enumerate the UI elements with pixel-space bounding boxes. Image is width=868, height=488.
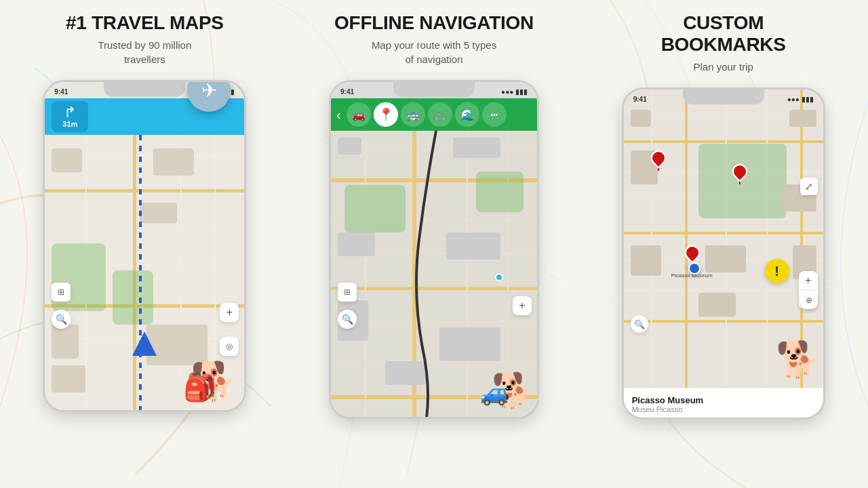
bookmark-pin-1 bbox=[651, 150, 666, 171]
phone-mockup-1: 9:41 ●●● ▮▮▮ ✈ ↱ 31m bbox=[43, 80, 246, 412]
map-controls-3: ⤢ bbox=[800, 178, 818, 195]
nav-distance: 31m bbox=[62, 120, 77, 128]
nav-header-2: ‹ 🚗 📍 🚌 🚲 🌊 ••• bbox=[331, 98, 537, 131]
warning-badge: ! bbox=[765, 259, 789, 283]
panel-1-title: #1 TRAVEL MAPS bbox=[66, 12, 224, 34]
map-background-2: ‹ 🚗 📍 🚌 🚲 🌊 ••• bbox=[331, 82, 537, 417]
status-time-3: 9:41 bbox=[633, 96, 647, 103]
location-btn-1[interactable]: ◎ bbox=[220, 337, 239, 356]
panel-2-title: OFFLINE NAVIGATION bbox=[334, 12, 534, 34]
nav-arrow-box: ↱ 31m bbox=[52, 101, 88, 132]
bookmark-pin-2 bbox=[732, 164, 747, 184]
status-time-2: 9:41 bbox=[340, 88, 354, 96]
map-streets-1: ⊞ 🔍 + ◎ 🐕 🎒 bbox=[45, 135, 244, 410]
phone-notch-3 bbox=[683, 89, 764, 104]
status-icons-2: ●●● ▮▮▮ bbox=[501, 88, 528, 96]
nav-walk-icon[interactable]: 📍 bbox=[374, 102, 398, 127]
panel-2-subtitle: Map your route with 5 typesof navigation bbox=[372, 38, 496, 66]
zoom-controls-1: + bbox=[220, 303, 239, 322]
search-icon-3[interactable]: 🔍 bbox=[631, 315, 648, 333]
backpack-character: 🎒 bbox=[183, 371, 217, 403]
nav-more-icon[interactable]: ••• bbox=[482, 102, 507, 127]
phone-notch-2 bbox=[393, 82, 475, 97]
zoom-in-1[interactable]: + bbox=[220, 303, 239, 322]
panel-3-title: CUSTOMBOOKMARKS bbox=[661, 12, 786, 56]
panel-1-subtitle: Trusted by 90 milliontravellers bbox=[98, 38, 191, 66]
bottom-info-bar: Picasso Museum Museu Picasso bbox=[624, 388, 823, 418]
turn-right-icon: ↱ bbox=[64, 105, 76, 120]
phone-mockup-2: 9:41 ●●● ▮▮▮ ‹ 🚗 📍 🚌 🚲 🌊 ••• bbox=[329, 80, 539, 419]
expand-icon[interactable]: ⤢ bbox=[800, 178, 818, 195]
location-title: Picasso Museum bbox=[632, 395, 815, 405]
phone-notch-1 bbox=[104, 82, 185, 97]
layers-icon-2[interactable]: ⊞ bbox=[338, 283, 357, 302]
nav-triangle bbox=[132, 331, 157, 356]
layers-icon[interactable]: ⊞ bbox=[52, 283, 71, 302]
map-background-3: ! ⤢ + − 🔍 ⊕ Picasso Museum Picasso Museu… bbox=[624, 89, 823, 418]
compass-icon[interactable]: ⊕ bbox=[800, 291, 818, 309]
panel-custom-bookmarks: CUSTOMBOOKMARKS Plan your trip 9:41 ●●● … bbox=[578, 0, 868, 488]
search-icon-2[interactable]: 🔍 bbox=[338, 310, 357, 329]
car-icon: 🚙 bbox=[480, 379, 510, 407]
nav-transit-icon[interactable]: 🚌 bbox=[401, 102, 425, 127]
dog-character-3: 🐕 bbox=[776, 339, 820, 380]
status-icons-3: ●●● ▮▮▮ bbox=[787, 96, 814, 103]
status-time-1: 9:41 bbox=[54, 88, 68, 96]
back-button[interactable]: ‹ bbox=[336, 107, 341, 123]
panel-3-subtitle: Plan your trip bbox=[693, 60, 753, 74]
map-streets-2: 🔍 ⊞ + 🐕 🚙 bbox=[331, 131, 537, 417]
nav-bike-icon[interactable]: 🚲 bbox=[428, 102, 452, 127]
map-background-1: ↱ 31m bbox=[45, 82, 244, 410]
route-line-1 bbox=[139, 135, 142, 410]
nav-car-icon[interactable]: 🚗 bbox=[347, 102, 371, 127]
location-subtitle: Museu Picasso bbox=[632, 405, 815, 413]
panel-offline-nav: OFFLINE NAVIGATION Map your route with 5… bbox=[290, 0, 579, 488]
panel-travel-maps: #1 TRAVEL MAPS Trusted by 90 milliontrav… bbox=[0, 0, 290, 488]
nav-water-icon[interactable]: 🌊 bbox=[455, 102, 479, 127]
phone-mockup-3: 9:41 ●●● ▮▮▮ bbox=[622, 87, 825, 420]
location-control-1: ◎ bbox=[220, 337, 239, 356]
active-location-pin bbox=[688, 262, 701, 274]
zoom-in-3[interactable]: + bbox=[799, 271, 818, 290]
